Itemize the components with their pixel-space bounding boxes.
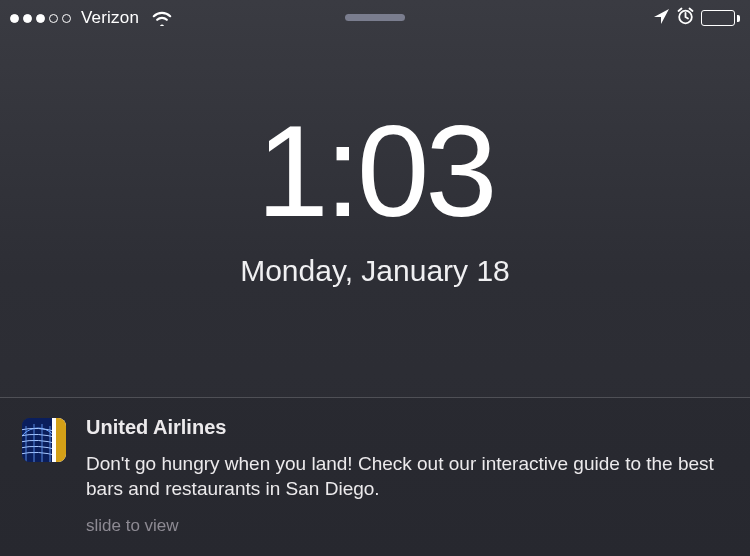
notification-body: United Airlines Don't go hungry when you… <box>86 416 728 536</box>
grabber-pill[interactable] <box>345 14 405 21</box>
time-label: 1:03 <box>0 106 750 236</box>
lockscreen-clock: 1:03 Monday, January 18 <box>0 106 750 288</box>
svg-rect-4 <box>56 418 66 462</box>
carrier-label: Verizon <box>81 8 139 28</box>
notification-card[interactable]: United Airlines Don't go hungry when you… <box>0 397 750 556</box>
status-left: Verizon <box>10 8 173 28</box>
notification-message: Don't go hungry when you land! Check out… <box>86 451 728 502</box>
signal-strength-icon <box>10 14 71 23</box>
notification-app-name: United Airlines <box>86 416 728 439</box>
alarm-icon <box>676 7 695 29</box>
app-icon <box>22 418 66 462</box>
notification-action-hint: slide to view <box>86 516 728 536</box>
wifi-icon <box>151 10 173 26</box>
location-icon <box>653 8 670 29</box>
date-label: Monday, January 18 <box>0 254 750 288</box>
battery-icon <box>701 10 740 26</box>
status-right <box>653 7 740 29</box>
